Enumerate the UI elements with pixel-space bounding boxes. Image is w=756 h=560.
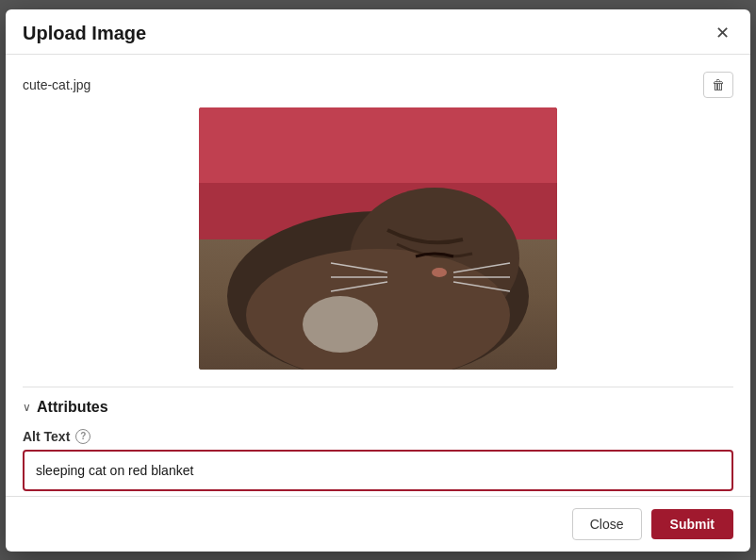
image-preview-container: [23, 107, 733, 370]
attributes-section: ∨ Attributes Alt Text ?: [23, 387, 733, 491]
close-button[interactable]: Close: [572, 508, 642, 540]
file-name: cute-cat.jpg: [23, 77, 90, 92]
close-x-button[interactable]: ✕: [712, 23, 733, 43]
dialog-body: cute-cat.jpg 🗑: [6, 55, 750, 496]
alt-text-label: Alt Text: [23, 429, 70, 444]
dialog-title: Upload Image: [23, 23, 146, 44]
attributes-label: Attributes: [37, 399, 108, 416]
attributes-header[interactable]: ∨ Attributes: [23, 399, 733, 416]
dialog-footer: Close Submit: [6, 496, 750, 552]
dialog-header: Upload Image ✕: [6, 9, 750, 55]
upload-image-dialog: Upload Image ✕ cute-cat.jpg 🗑: [6, 9, 750, 552]
image-preview: [199, 107, 557, 370]
alt-text-input[interactable]: [23, 450, 733, 491]
delete-file-button[interactable]: 🗑: [703, 72, 733, 98]
chevron-down-icon: ∨: [23, 401, 31, 414]
help-icon[interactable]: ?: [75, 429, 90, 444]
submit-button[interactable]: Submit: [651, 509, 733, 539]
trash-icon: 🗑: [712, 77, 725, 92]
file-row: cute-cat.jpg 🗑: [23, 66, 733, 107]
svg-point-6: [432, 268, 447, 277]
svg-point-5: [303, 296, 378, 353]
alt-text-label-row: Alt Text ?: [23, 429, 733, 444]
